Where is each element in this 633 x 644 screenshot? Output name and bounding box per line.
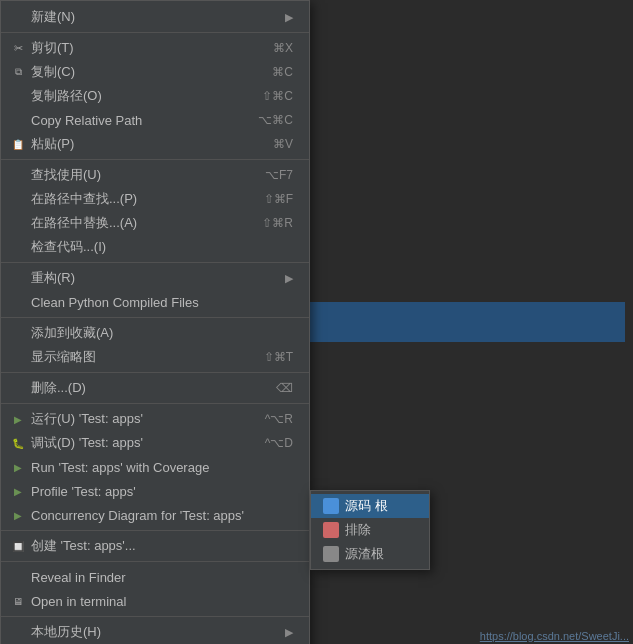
menu-label-local-history: 本地历史(H) [31,623,277,641]
separator-2 [1,159,309,160]
submenu-item-other[interactable]: 源渣根 [311,542,429,566]
menu-label-profile: Profile 'Test: apps' [31,484,293,499]
menu-item-local-history[interactable]: 本地历史(H) ▶ [1,620,309,644]
menu-item-new[interactable]: 新建(N) ▶ [1,5,309,29]
menu-label-delete: 删除...(D) [31,379,256,397]
context-menu: 新建(N) ▶ ✂ 剪切(T) ⌘X ⧉ 复制(C) ⌘C 复制路径(O) ⇧⌘… [0,0,310,644]
menu-label-paste: 粘贴(P) [31,135,253,153]
menu-label-find-usage: 查找使用(U) [31,166,245,184]
menu-label-concurrency: Concurrency Diagram for 'Test: apps' [31,508,293,523]
separator-6 [1,403,309,404]
menu-item-show-thumb[interactable]: 显示缩略图 ⇧⌘T [1,345,309,369]
separator-1 [1,32,309,33]
menu-item-create-test[interactable]: 🔲 创建 'Test: apps'... [1,534,309,558]
menu-label-debug: 调试(D) 'Test: apps' [31,434,245,452]
menu-item-copy[interactable]: ⧉ 复制(C) ⌘C [1,60,309,84]
separator-5 [1,372,309,373]
copy-icon: ⧉ [9,66,27,78]
menu-item-reveal-finder[interactable]: Reveal in Finder [1,565,309,589]
sources-root-icon [323,498,339,514]
run-coverage-icon: ▶ [9,462,27,473]
menu-label-cut: 剪切(T) [31,39,253,57]
menu-item-find-usage[interactable]: 查找使用(U) ⌥F7 [1,163,309,187]
menu-label-create-test: 创建 'Test: apps'... [31,537,293,555]
menu-item-find-in-path[interactable]: 在路径中查找...(P) ⇧⌘F [1,187,309,211]
submenu-mark-dir: 源码 根 排除 源渣根 [310,490,430,570]
menu-item-cut[interactable]: ✂ 剪切(T) ⌘X [1,36,309,60]
menu-label-add-fav: 添加到收藏(A) [31,324,293,342]
menu-label-copy-rel-path: Copy Relative Path [31,113,238,128]
menu-label-find-in-path: 在路径中查找...(P) [31,190,244,208]
menu-item-run-coverage[interactable]: ▶ Run 'Test: apps' with Coverage [1,455,309,479]
menu-item-copy-rel-path[interactable]: Copy Relative Path ⌥⌘C [1,108,309,132]
cut-icon: ✂ [9,42,27,55]
menu-item-paste[interactable]: 📋 粘贴(P) ⌘V [1,132,309,156]
submenu-item-excluded[interactable]: 排除 [311,518,429,542]
separator-9 [1,616,309,617]
menu-item-profile[interactable]: ▶ Profile 'Test: apps' [1,479,309,503]
menu-label-copy-path: 复制路径(O) [31,87,242,105]
submenu-label-sources-root: 源码 根 [345,497,388,515]
menu-item-debug[interactable]: 🐛 调试(D) 'Test: apps' ^⌥D [1,431,309,455]
menu-label-run: 运行(U) 'Test: apps' [31,410,245,428]
separator-7 [1,530,309,531]
menu-item-replace-in-path[interactable]: 在路径中替换...(A) ⇧⌘R [1,211,309,235]
menu-item-run[interactable]: ▶ 运行(U) 'Test: apps' ^⌥R [1,407,309,431]
menu-label-replace-in-path: 在路径中替换...(A) [31,214,242,232]
terminal-icon: 🖥 [9,596,27,607]
menu-label-clean: Clean Python Compiled Files [31,295,293,310]
excluded-icon [323,522,339,538]
menu-item-copy-path[interactable]: 复制路径(O) ⇧⌘C [1,84,309,108]
menu-label-reveal-finder: Reveal in Finder [31,570,293,585]
menu-label-new: 新建(N) [31,8,277,26]
bottom-link: https://blog.csdn.net/SweetJi... [476,628,633,644]
submenu-item-sources-root[interactable]: 源码 根 [311,494,429,518]
submenu-label-other: 源渣根 [345,545,384,563]
separator-3 [1,262,309,263]
menu-label-run-coverage: Run 'Test: apps' with Coverage [31,460,293,475]
menu-label-copy: 复制(C) [31,63,252,81]
separator-8 [1,561,309,562]
menu-item-refactor[interactable]: 重构(R) ▶ [1,266,309,290]
submenu-label-excluded: 排除 [345,521,371,539]
menu-item-add-fav[interactable]: 添加到收藏(A) [1,321,309,345]
create-test-icon: 🔲 [9,541,27,552]
menu-item-clean[interactable]: Clean Python Compiled Files [1,290,309,314]
other-icon [323,546,339,562]
menu-label-show-thumb: 显示缩略图 [31,348,244,366]
menu-label-inspect-code: 检查代码...(I) [31,238,293,256]
menu-label-open-terminal: Open in terminal [31,594,293,609]
concurrency-icon: ▶ [9,510,27,521]
paste-icon: 📋 [9,139,27,150]
menu-item-concurrency[interactable]: ▶ Concurrency Diagram for 'Test: apps' [1,503,309,527]
run-icon: ▶ [9,414,27,425]
debug-icon: 🐛 [9,438,27,449]
menu-label-refactor: 重构(R) [31,269,277,287]
profile-icon: ▶ [9,486,27,497]
separator-4 [1,317,309,318]
menu-item-open-terminal[interactable]: 🖥 Open in terminal [1,589,309,613]
menu-item-delete[interactable]: 删除...(D) ⌫ [1,376,309,400]
menu-item-inspect-code[interactable]: 检查代码...(I) [1,235,309,259]
